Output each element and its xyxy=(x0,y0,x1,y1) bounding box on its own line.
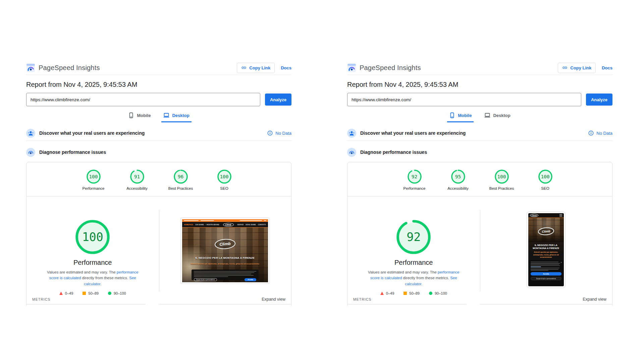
divider xyxy=(26,304,291,304)
field-data-row: Discover what your real users are experi… xyxy=(26,128,291,138)
docs-link[interactable]: Docs xyxy=(602,65,612,70)
site-navbar: HOMEPAGE CHI SIAMO I NOSTRI BRAND Climb … xyxy=(182,222,268,228)
site-logo: Climb xyxy=(223,223,234,227)
site-hero-logo: Climb xyxy=(214,238,236,250)
device-tabs: Mobile Desktop xyxy=(26,111,291,122)
report-title: Report from Nov 4, 2025, 9:45:53 AM xyxy=(26,81,291,88)
lab-data-row: Diagnose performance issues xyxy=(347,147,612,158)
score-accessibility[interactable]: 95 Accessibility xyxy=(444,169,473,190)
cookie-customize-button: Scopri di più e personalizza xyxy=(194,278,217,281)
real-users-icon xyxy=(347,129,356,138)
score-disclaimer: Values are estimated and may vary. The p… xyxy=(367,269,460,287)
laptop-icon xyxy=(484,112,490,118)
real-users-icon xyxy=(26,129,35,138)
performance-gauge: 100 xyxy=(75,220,110,254)
phone-icon xyxy=(128,112,134,118)
lab-data-label: Diagnose performance issues xyxy=(360,149,427,155)
diagnose-icon xyxy=(347,148,356,157)
site-logo: Climb xyxy=(530,214,538,217)
score-seo[interactable]: 100 SEO xyxy=(210,169,239,190)
close-icon: ✕ xyxy=(560,261,562,263)
score-seo[interactable]: 100 SEO xyxy=(531,169,560,190)
cookie-customize-button: Scopri di più e personalizza xyxy=(531,277,561,280)
cookie-accept-button: Accetta xyxy=(245,278,256,281)
tab-mobile[interactable]: Mobile xyxy=(126,111,153,122)
lighthouse-report-card: 100 Performance 91 Accessibility 96 Best… xyxy=(26,162,291,306)
lab-data-label: Diagnose performance issues xyxy=(39,149,106,155)
page-screenshot-thumbnail[interactable]: HOMEPAGE CHI SIAMO I NOSTRI BRAND Climb … xyxy=(180,218,270,284)
metrics-heading: METRICS xyxy=(32,297,50,301)
cookie-accept-button: Accetta xyxy=(531,272,561,276)
app-title: PageSpeed Insights xyxy=(360,64,421,72)
performance-gauge: 92 xyxy=(396,220,431,254)
site-hero-logo: Climb xyxy=(538,227,554,235)
metrics-heading: METRICS xyxy=(353,297,371,301)
score-best-practices[interactable]: 96 Best Practices xyxy=(166,169,195,190)
score-legend: 0–49 50–89 90–100 xyxy=(380,291,447,295)
page-screenshot-thumbnail[interactable]: Climb Climb IL NEGOZIO PER LA MONTAGNA A… xyxy=(527,212,566,288)
score-accessibility[interactable]: 91 Accessibility xyxy=(123,169,152,190)
diagnose-icon xyxy=(26,148,35,157)
gauge-label: Performance xyxy=(73,259,112,266)
info-icon xyxy=(588,130,594,136)
device-tabs: Mobile Desktop xyxy=(347,111,612,122)
pagespeed-logo-icon xyxy=(26,63,35,72)
pagespeed-logo-icon xyxy=(347,63,356,72)
expand-view-button[interactable]: Expand view xyxy=(583,297,606,302)
gauge-value: 92 xyxy=(396,220,431,254)
site-hero: Climb IL NEGOZIO PER LA MONTAGNA A FIREN… xyxy=(182,228,268,282)
docs-link[interactable]: Docs xyxy=(281,65,291,70)
expand-view-button[interactable]: Expand view xyxy=(262,297,285,302)
copy-link-button[interactable]: Copy Link xyxy=(237,63,275,73)
score-best-practices[interactable]: 100 Best Practices xyxy=(487,169,516,190)
score-legend: 0–49 50–89 90–100 xyxy=(59,291,126,295)
app-header: PageSpeed Insights Copy Link Docs xyxy=(347,62,612,73)
category-scores: 92 Performance 95 Accessibility 100 Best… xyxy=(347,162,612,190)
site-mobile-header: Climb xyxy=(528,213,564,218)
score-performance[interactable]: 100 Performance xyxy=(79,169,108,190)
category-scores: 100 Performance 91 Accessibility 96 Best… xyxy=(26,162,291,190)
app-header: PageSpeed Insights Copy Link Docs xyxy=(26,62,291,73)
analyze-button[interactable]: Analyze xyxy=(586,94,612,106)
legend-pass-icon xyxy=(108,292,111,295)
lighthouse-report-card: 92 Performance 95 Accessibility 100 Best… xyxy=(347,162,612,306)
report-panel-mobile: PageSpeed Insights Copy Link Docs Report… xyxy=(347,62,612,306)
copy-link-button[interactable]: Copy Link xyxy=(558,63,596,73)
legend-pass-icon xyxy=(429,292,432,295)
no-data-status[interactable]: No Data xyxy=(267,130,291,136)
report-title: Report from Nov 4, 2025, 9:45:53 AM xyxy=(347,81,612,88)
report-panel-desktop: PageSpeed Insights Copy Link Docs Report… xyxy=(26,62,291,306)
url-input[interactable] xyxy=(26,93,260,106)
no-data-status[interactable]: No Data xyxy=(588,130,612,136)
score-performance[interactable]: 92 Performance xyxy=(400,169,429,190)
hamburger-icon xyxy=(559,214,562,217)
field-data-label: Discover what your real users are experi… xyxy=(39,130,145,136)
divider xyxy=(347,75,612,75)
legend-fail-icon xyxy=(59,292,63,295)
divider xyxy=(347,304,612,304)
divider xyxy=(26,140,291,141)
gauge-value: 100 xyxy=(75,220,110,254)
site-hero: Climb xyxy=(528,218,564,242)
site-preview-mobile: Climb Climb IL NEGOZIO PER LA MONTAGNA A… xyxy=(528,213,564,286)
site-topbar xyxy=(182,219,268,222)
laptop-icon xyxy=(163,112,169,118)
tab-desktop[interactable]: Desktop xyxy=(161,111,191,122)
site-preview-desktop: HOMEPAGE CHI SIAMO I NOSTRI BRAND Climb … xyxy=(182,219,268,282)
site-cookie-banner: Scopri di più e personalizza Accetta xyxy=(192,269,259,281)
gauge-label: Performance xyxy=(394,259,433,266)
url-input[interactable] xyxy=(347,93,581,106)
legend-average-icon xyxy=(83,292,86,295)
analyze-button[interactable]: Analyze xyxy=(265,94,291,106)
tab-desktop[interactable]: Desktop xyxy=(482,111,512,122)
score-disclaimer: Values are estimated and may vary. The p… xyxy=(46,269,139,287)
link-icon xyxy=(241,65,247,70)
link-icon xyxy=(562,65,568,70)
divider xyxy=(347,140,612,141)
site-cookie-banner: ✕ Accetta Scopri di più e personalizza xyxy=(528,260,564,286)
phone-icon xyxy=(449,112,455,118)
info-icon xyxy=(267,130,273,136)
legend-average-icon xyxy=(404,292,407,295)
lab-data-row: Diagnose performance issues xyxy=(26,147,291,158)
tab-mobile[interactable]: Mobile xyxy=(447,111,474,122)
